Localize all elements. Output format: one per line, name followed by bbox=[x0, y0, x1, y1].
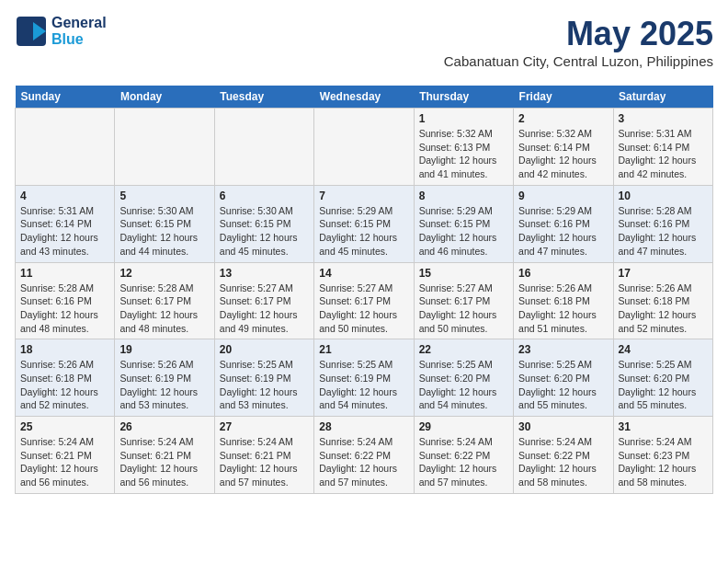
day-cell: 27Sunrise: 5:24 AM Sunset: 6:21 PM Dayli… bbox=[214, 417, 313, 494]
day-cell: 21Sunrise: 5:25 AM Sunset: 6:19 PM Dayli… bbox=[314, 339, 414, 417]
day-number: 27 bbox=[220, 420, 309, 433]
header-tuesday: Tuesday bbox=[214, 86, 313, 109]
day-info: Sunrise: 5:26 AM Sunset: 6:18 PM Dayligh… bbox=[20, 358, 109, 412]
day-number: 12 bbox=[119, 267, 209, 280]
day-number: 17 bbox=[619, 267, 708, 280]
day-number: 10 bbox=[619, 190, 708, 202]
day-info: Sunrise: 5:27 AM Sunset: 6:17 PM Dayligh… bbox=[220, 282, 309, 336]
day-info: Sunrise: 5:24 AM Sunset: 6:21 PM Dayligh… bbox=[119, 435, 209, 489]
day-cell: 9Sunrise: 5:29 AM Sunset: 6:16 PM Daylig… bbox=[514, 185, 613, 262]
day-info: Sunrise: 5:25 AM Sunset: 6:20 PM Dayligh… bbox=[518, 358, 608, 412]
day-cell: 10Sunrise: 5:28 AM Sunset: 6:16 PM Dayli… bbox=[613, 185, 712, 262]
day-cell bbox=[214, 109, 313, 186]
day-number: 19 bbox=[119, 343, 209, 356]
day-info: Sunrise: 5:25 AM Sunset: 6:19 PM Dayligh… bbox=[220, 358, 309, 412]
day-number: 29 bbox=[419, 420, 508, 433]
day-number: 14 bbox=[319, 267, 408, 280]
day-info: Sunrise: 5:29 AM Sunset: 6:16 PM Dayligh… bbox=[518, 204, 608, 259]
calendar-subtitle: Cabanatuan City, Central Luzon, Philippi… bbox=[444, 53, 713, 69]
day-info: Sunrise: 5:29 AM Sunset: 6:15 PM Dayligh… bbox=[419, 204, 508, 259]
week-row-4: 18Sunrise: 5:26 AM Sunset: 6:18 PM Dayli… bbox=[16, 339, 713, 417]
day-cell: 14Sunrise: 5:27 AM Sunset: 6:17 PM Dayli… bbox=[314, 262, 414, 339]
day-cell: 6Sunrise: 5:30 AM Sunset: 6:15 PM Daylig… bbox=[214, 185, 313, 262]
day-info: Sunrise: 5:27 AM Sunset: 6:17 PM Dayligh… bbox=[319, 282, 408, 336]
day-cell: 13Sunrise: 5:27 AM Sunset: 6:17 PM Dayli… bbox=[214, 262, 313, 339]
day-info: Sunrise: 5:30 AM Sunset: 6:15 PM Dayligh… bbox=[119, 204, 209, 259]
day-info: Sunrise: 5:26 AM Sunset: 6:18 PM Dayligh… bbox=[619, 282, 708, 336]
day-number: 31 bbox=[619, 420, 708, 433]
day-cell: 12Sunrise: 5:28 AM Sunset: 6:17 PM Dayli… bbox=[115, 262, 214, 339]
day-cell: 19Sunrise: 5:26 AM Sunset: 6:19 PM Dayli… bbox=[115, 339, 214, 417]
day-number: 2 bbox=[518, 112, 608, 125]
day-cell: 30Sunrise: 5:24 AM Sunset: 6:22 PM Dayli… bbox=[514, 417, 613, 494]
day-number: 16 bbox=[518, 267, 608, 280]
day-number: 8 bbox=[419, 190, 508, 202]
day-number: 25 bbox=[20, 420, 109, 433]
day-info: Sunrise: 5:25 AM Sunset: 6:20 PM Dayligh… bbox=[419, 358, 508, 412]
logo-line2: Blue bbox=[51, 31, 107, 48]
day-info: Sunrise: 5:32 AM Sunset: 6:13 PM Dayligh… bbox=[419, 127, 508, 181]
day-info: Sunrise: 5:24 AM Sunset: 6:22 PM Dayligh… bbox=[419, 435, 508, 489]
day-number: 23 bbox=[518, 343, 608, 356]
header-wednesday: Wednesday bbox=[314, 86, 414, 109]
day-number: 30 bbox=[518, 420, 608, 433]
day-number: 26 bbox=[119, 420, 209, 433]
week-row-3: 11Sunrise: 5:28 AM Sunset: 6:16 PM Dayli… bbox=[16, 262, 713, 339]
day-number: 22 bbox=[419, 343, 508, 356]
day-number: 15 bbox=[419, 267, 508, 280]
day-cell bbox=[314, 109, 414, 186]
day-cell: 2Sunrise: 5:32 AM Sunset: 6:14 PM Daylig… bbox=[514, 109, 613, 186]
header-monday: Monday bbox=[115, 86, 214, 109]
logo: General Blue bbox=[15, 15, 107, 48]
calendar-body: 1Sunrise: 5:32 AM Sunset: 6:13 PM Daylig… bbox=[16, 109, 713, 494]
day-info: Sunrise: 5:24 AM Sunset: 6:21 PM Dayligh… bbox=[220, 435, 309, 489]
day-cell: 29Sunrise: 5:24 AM Sunset: 6:22 PM Dayli… bbox=[414, 417, 513, 494]
day-info: Sunrise: 5:25 AM Sunset: 6:20 PM Dayligh… bbox=[619, 358, 708, 412]
day-cell: 22Sunrise: 5:25 AM Sunset: 6:20 PM Dayli… bbox=[414, 339, 513, 417]
day-cell: 5Sunrise: 5:30 AM Sunset: 6:15 PM Daylig… bbox=[115, 185, 214, 262]
day-number: 6 bbox=[220, 190, 309, 202]
day-number: 3 bbox=[619, 112, 708, 125]
day-number: 13 bbox=[220, 267, 309, 280]
day-info: Sunrise: 5:24 AM Sunset: 6:23 PM Dayligh… bbox=[619, 435, 708, 489]
day-cell: 31Sunrise: 5:24 AM Sunset: 6:23 PM Dayli… bbox=[613, 417, 712, 494]
day-info: Sunrise: 5:25 AM Sunset: 6:19 PM Dayligh… bbox=[319, 358, 408, 412]
day-info: Sunrise: 5:24 AM Sunset: 6:21 PM Dayligh… bbox=[20, 435, 109, 489]
day-info: Sunrise: 5:28 AM Sunset: 6:16 PM Dayligh… bbox=[20, 282, 109, 336]
day-info: Sunrise: 5:24 AM Sunset: 6:22 PM Dayligh… bbox=[518, 435, 608, 489]
header-sunday: Sunday bbox=[16, 86, 115, 109]
header-thursday: Thursday bbox=[414, 86, 513, 109]
day-cell: 26Sunrise: 5:24 AM Sunset: 6:21 PM Dayli… bbox=[115, 417, 214, 494]
day-cell: 8Sunrise: 5:29 AM Sunset: 6:15 PM Daylig… bbox=[414, 185, 513, 262]
day-number: 9 bbox=[518, 190, 608, 202]
day-info: Sunrise: 5:26 AM Sunset: 6:19 PM Dayligh… bbox=[119, 358, 209, 412]
day-cell: 4Sunrise: 5:31 AM Sunset: 6:14 PM Daylig… bbox=[16, 185, 115, 262]
day-number: 5 bbox=[119, 190, 209, 202]
day-number: 20 bbox=[220, 343, 309, 356]
day-cell: 25Sunrise: 5:24 AM Sunset: 6:21 PM Dayli… bbox=[16, 417, 115, 494]
header-saturday: Saturday bbox=[613, 86, 712, 109]
day-info: Sunrise: 5:27 AM Sunset: 6:17 PM Dayligh… bbox=[419, 282, 508, 336]
day-number: 24 bbox=[619, 343, 708, 356]
day-cell: 7Sunrise: 5:29 AM Sunset: 6:15 PM Daylig… bbox=[314, 185, 414, 262]
day-number: 4 bbox=[20, 190, 109, 202]
logo-icon bbox=[15, 15, 48, 48]
day-cell: 23Sunrise: 5:25 AM Sunset: 6:20 PM Dayli… bbox=[514, 339, 613, 417]
week-row-2: 4Sunrise: 5:31 AM Sunset: 6:14 PM Daylig… bbox=[16, 185, 713, 262]
calendar-title: May 2025 bbox=[444, 15, 713, 53]
logo-line1: General bbox=[51, 15, 107, 31]
day-info: Sunrise: 5:29 AM Sunset: 6:15 PM Dayligh… bbox=[319, 204, 408, 259]
day-cell: 1Sunrise: 5:32 AM Sunset: 6:13 PM Daylig… bbox=[414, 109, 513, 186]
day-info: Sunrise: 5:28 AM Sunset: 6:17 PM Dayligh… bbox=[119, 282, 209, 336]
day-info: Sunrise: 5:24 AM Sunset: 6:22 PM Dayligh… bbox=[319, 435, 408, 489]
day-cell: 28Sunrise: 5:24 AM Sunset: 6:22 PM Dayli… bbox=[314, 417, 414, 494]
day-cell: 15Sunrise: 5:27 AM Sunset: 6:17 PM Dayli… bbox=[414, 262, 513, 339]
day-info: Sunrise: 5:31 AM Sunset: 6:14 PM Dayligh… bbox=[619, 127, 708, 181]
day-cell: 11Sunrise: 5:28 AM Sunset: 6:16 PM Dayli… bbox=[16, 262, 115, 339]
day-info: Sunrise: 5:31 AM Sunset: 6:14 PM Dayligh… bbox=[20, 204, 109, 259]
week-row-1: 1Sunrise: 5:32 AM Sunset: 6:13 PM Daylig… bbox=[16, 109, 713, 186]
day-cell: 24Sunrise: 5:25 AM Sunset: 6:20 PM Dayli… bbox=[613, 339, 712, 417]
day-number: 11 bbox=[20, 267, 109, 280]
day-cell: 18Sunrise: 5:26 AM Sunset: 6:18 PM Dayli… bbox=[16, 339, 115, 417]
day-info: Sunrise: 5:28 AM Sunset: 6:16 PM Dayligh… bbox=[619, 204, 708, 259]
